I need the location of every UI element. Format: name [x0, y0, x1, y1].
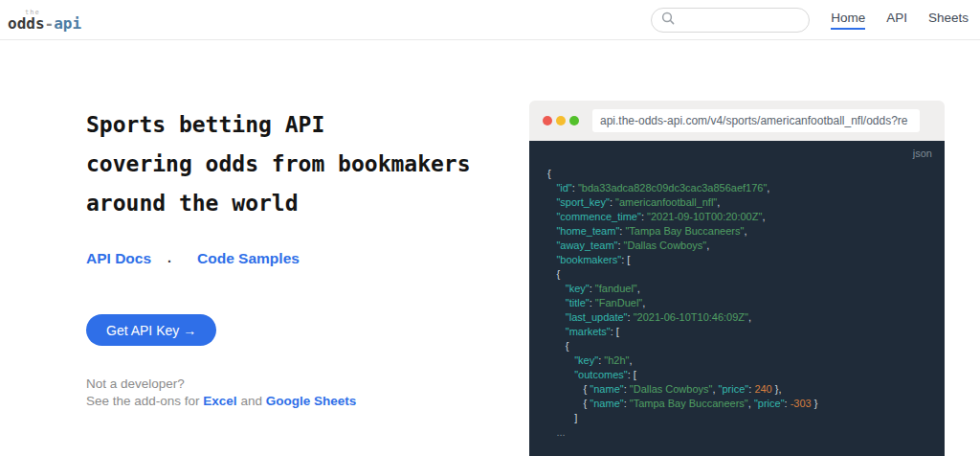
browser-titlebar: api.the-odds-api.com/v4/sports/americanf… — [529, 101, 945, 141]
nav-right: Home API Sheets — [651, 8, 969, 33]
heading-line-3: around the world — [86, 184, 471, 223]
code-line: "bookmakers": [ — [529, 253, 945, 267]
code-line: "key": "fanduel", — [529, 282, 945, 296]
page: theodds-api Home API Sheets Sports betti… — [0, 0, 980, 456]
logo-the-prefix: the — [25, 9, 40, 16]
traffic-light-yellow-icon — [556, 116, 566, 125]
json-label: json — [913, 148, 932, 159]
code-line: ... — [529, 425, 945, 440]
nav-link-home[interactable]: Home — [831, 11, 865, 30]
search-input[interactable] — [680, 13, 795, 27]
code-line: { — [529, 339, 945, 353]
top-nav: theodds-api Home API Sheets — [0, 0, 980, 40]
logo[interactable]: theodds-api — [8, 8, 81, 33]
nav-link-api[interactable]: API — [886, 11, 907, 30]
logo-api: api — [54, 14, 81, 33]
code-line: "outcomes": [ — [529, 368, 945, 382]
note-middle: and — [237, 394, 266, 408]
note-prefix: See the add-ons for — [86, 394, 203, 408]
heading-line-1: Sports betting API — [86, 105, 471, 145]
traffic-light-red-icon — [543, 116, 552, 125]
code-line: "markets": [ — [529, 325, 945, 339]
note-line-2: See the add-ons for Excel and Google She… — [86, 393, 356, 410]
search-box[interactable] — [651, 8, 810, 33]
code-panel: json {"id": "bda33adca828c09dc3cac3a856a… — [529, 141, 945, 456]
note-line-1: Not a developer? — [86, 376, 356, 393]
code-line: { — [529, 267, 945, 282]
code-line: "id": "bda33adca828c09dc3cac3a856aef176"… — [529, 181, 945, 195]
code-line: "last_update": "2021-06-10T10:46:09Z", — [529, 310, 945, 325]
nav-link-sheets[interactable]: Sheets — [928, 11, 969, 30]
code-line: { "name": "Tampa Bay Buccaneers", "price… — [529, 397, 945, 411]
google-sheets-link[interactable]: Google Sheets — [266, 394, 357, 408]
dot-separator: · — [167, 254, 177, 263]
code-line: "away_team": "Dallas Cowboys", — [529, 239, 945, 253]
code-line: { "name": "Dallas Cowboys", "price": 240… — [529, 382, 945, 397]
code-line: ] — [529, 411, 945, 425]
code-line: "key": "h2h", — [529, 353, 945, 368]
browser-window: api.the-odds-api.com/v4/sports/americanf… — [529, 101, 945, 456]
logo-odds: odds — [8, 14, 45, 33]
url-bar: api.the-odds-api.com/v4/sports/americanf… — [592, 109, 920, 132]
logo-dash: - — [45, 14, 55, 33]
traffic-light-green-icon — [569, 116, 579, 125]
code-samples-link[interactable]: Code Samples — [197, 250, 300, 267]
code-line: { — [529, 167, 945, 181]
search-icon — [661, 11, 675, 29]
get-api-key-button[interactable]: Get API Key → — [86, 314, 216, 346]
hero-links: API Docs · Code Samples — [86, 250, 300, 267]
code-line: "home_team": "Tampa Bay Buccaneers", — [529, 224, 945, 239]
page-title: Sports betting API covering odds from bo… — [86, 105, 471, 223]
heading-line-2: covering odds from bookmakers — [86, 145, 471, 184]
developer-note: Not a developer? See the add-ons for Exc… — [86, 376, 356, 410]
code-lines: {"id": "bda33adca828c09dc3cac3a856aef176… — [529, 167, 945, 440]
code-line: "sport_key": "americanfootball_nfl", — [529, 195, 945, 210]
excel-link[interactable]: Excel — [203, 394, 236, 408]
code-line: "commence_time": "2021-09-10T00:20:00Z", — [529, 210, 945, 224]
code-line: "title": "FanDuel", — [529, 296, 945, 310]
api-docs-link[interactable]: API Docs — [86, 250, 151, 267]
